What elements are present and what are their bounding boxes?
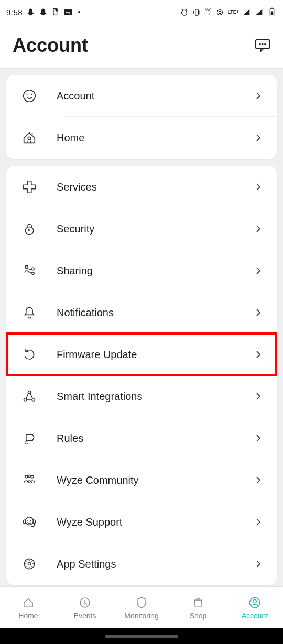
row-label: Firmware Update — [57, 349, 254, 361]
row-label: Security — [57, 223, 254, 235]
chevron-right-icon — [254, 517, 266, 527]
gear-icon — [22, 557, 37, 571]
svg-point-16 — [28, 137, 31, 140]
chevron-right-icon — [254, 308, 266, 317]
chevron-right-icon — [254, 434, 266, 443]
page-header: Account — [0, 24, 283, 69]
nav-shop[interactable]: Shop — [170, 587, 226, 628]
svg-point-31 — [30, 520, 31, 521]
row-label: Sharing — [57, 265, 254, 277]
nav-label: Events — [74, 612, 96, 620]
svg-point-26 — [25, 475, 28, 478]
nav-label: Home — [18, 612, 38, 620]
chevron-right-icon — [254, 266, 266, 275]
row-home[interactable]: Home — [6, 117, 277, 159]
chevron-right-icon — [254, 224, 266, 234]
svg-point-20 — [25, 265, 28, 268]
nav-events[interactable]: Events — [57, 587, 113, 628]
svg-point-12 — [259, 43, 261, 45]
nodes-icon — [22, 389, 37, 404]
snapchat-icon — [26, 7, 35, 17]
nav-pill[interactable] — [105, 635, 178, 638]
svg-point-27 — [28, 475, 31, 478]
svg-point-17 — [32, 133, 33, 134]
volte-icon: Vo) LTE — [204, 8, 212, 16]
row-label: Notifications — [57, 307, 254, 319]
system-nav-bar — [0, 628, 283, 644]
chat-icon[interactable] — [255, 39, 270, 52]
chevron-right-icon — [254, 392, 266, 401]
chevron-right-icon — [254, 182, 266, 192]
chevron-right-icon — [254, 350, 266, 359]
nav-monitoring[interactable]: Monitoring — [113, 587, 170, 628]
svg-point-4 — [181, 10, 187, 15]
alarm-icon — [179, 7, 189, 17]
svg-point-7 — [217, 9, 222, 15]
svg-point-29 — [26, 517, 34, 525]
smiley-icon — [21, 88, 37, 104]
home-icon — [21, 596, 35, 609]
chevron-right-icon — [254, 133, 266, 142]
row-smart-integrations[interactable]: Smart Integrations — [6, 375, 277, 417]
row-services[interactable]: Services — [6, 166, 277, 208]
status-bar: 9:58 my Vo) LTE LTE+ — [0, 0, 283, 24]
network-label: LTE+ — [227, 9, 239, 15]
row-app-settings[interactable]: App Settings — [6, 543, 277, 585]
row-security[interactable]: Security — [6, 208, 277, 250]
row-wyze-support[interactable]: Wyze Support — [6, 501, 277, 543]
row-label: Account — [57, 90, 254, 102]
row-sharing[interactable]: Sharing — [6, 250, 277, 292]
svg-rect-32 — [24, 520, 26, 524]
row-wyze-community[interactable]: Wyze Community — [6, 459, 277, 501]
svg-point-35 — [28, 562, 30, 565]
svg-rect-33 — [34, 520, 36, 524]
nav-label: Shop — [190, 612, 207, 620]
settings-group-main: Services Security Sharing Notifications — [6, 166, 277, 585]
clock-icon — [78, 596, 92, 609]
status-time: 9:58 — [6, 8, 23, 17]
row-rules[interactable]: Rules — [6, 417, 277, 459]
row-firmware-update[interactable]: Firmware Update — [6, 334, 277, 375]
row-notifications[interactable]: Notifications — [6, 292, 277, 334]
vibrate-icon — [192, 7, 201, 17]
row-account[interactable]: Account — [6, 75, 277, 117]
dot-icon — [78, 11, 80, 13]
nav-home[interactable]: Home — [0, 587, 57, 628]
svg-point-13 — [262, 43, 264, 45]
svg-rect-5 — [195, 9, 198, 15]
bottom-nav: Home Events Monitoring Shop Account — [0, 586, 283, 628]
shield-icon — [135, 596, 148, 609]
row-label: Wyze Community — [57, 474, 254, 486]
phone-app-icon — [51, 7, 60, 17]
row-label: Rules — [57, 432, 254, 445]
refresh-icon — [22, 347, 37, 362]
support-icon — [21, 514, 37, 530]
hotspot-icon — [215, 7, 224, 17]
svg-rect-10 — [271, 8, 273, 9]
share-icon — [22, 263, 37, 278]
account-icon — [248, 596, 262, 609]
chevron-right-icon — [254, 475, 266, 485]
nav-account[interactable]: Account — [226, 587, 283, 628]
svg-text:my: my — [66, 10, 71, 14]
signal-icon — [255, 7, 264, 17]
settings-group-account: Account Home — [6, 75, 277, 159]
house-icon — [21, 130, 37, 146]
svg-point-18 — [25, 227, 34, 235]
row-label: App Settings — [57, 558, 254, 570]
chevron-right-icon — [254, 91, 266, 101]
community-icon — [21, 472, 37, 488]
row-label: Home — [57, 132, 254, 144]
lock-icon — [22, 221, 37, 236]
nav-label: Monitoring — [124, 612, 158, 620]
row-label: Services — [57, 181, 254, 193]
svg-point-15 — [24, 90, 36, 102]
snapchat-icon — [38, 7, 48, 17]
svg-point-6 — [219, 11, 221, 13]
svg-rect-9 — [271, 12, 274, 16]
svg-point-28 — [31, 475, 34, 478]
bell-icon — [22, 305, 37, 320]
svg-point-19 — [28, 229, 30, 231]
battery-icon — [267, 7, 277, 17]
signal-icon — [242, 7, 252, 17]
